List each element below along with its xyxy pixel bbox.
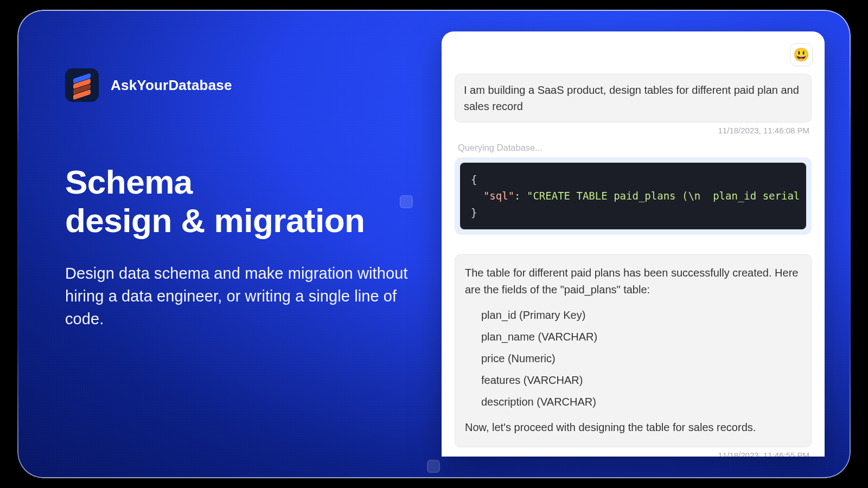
- timestamp: 11/18/2023, 11:46:08 PM: [455, 126, 812, 135]
- assistant-outro: Now, let's proceed with designing the ta…: [465, 419, 801, 436]
- app-logo-icon: [65, 68, 99, 102]
- hero-section: AskYourDatabase Schema design & migratio…: [65, 68, 412, 330]
- hero-subtext: Design data schema and make migration wi…: [65, 262, 412, 330]
- brand-name: AskYourDatabase: [111, 77, 232, 94]
- status-text: Querying Database...: [455, 143, 812, 153]
- promo-card: AskYourDatabase Schema design & migratio…: [17, 10, 851, 478]
- list-item: price (Numeric): [481, 350, 801, 367]
- assistant-message: The table for different paid plans has b…: [455, 254, 812, 447]
- chat-panel: 😃 I am building a SaaS product, design t…: [442, 31, 825, 457]
- list-item: features (VARCHAR): [481, 372, 801, 389]
- user-message-text: I am building a SaaS product, design tab…: [464, 84, 799, 112]
- list-item: description (VARCHAR): [481, 394, 801, 410]
- timestamp: 11/18/2023, 11:46:55 PM: [455, 451, 812, 457]
- brand-row: AskYourDatabase: [65, 68, 412, 102]
- list-item: plan_id (Primary Key): [481, 307, 801, 324]
- decorative-square: [427, 460, 440, 473]
- user-message: I am building a SaaS product, design tab…: [455, 74, 812, 123]
- code-block: { "sql": "CREATE TABLE paid_plans (\n pl…: [460, 163, 806, 229]
- list-item: plan_name (VARCHAR): [481, 329, 801, 345]
- smile-emoji-icon: 😃: [793, 47, 809, 62]
- hero-headline: Schema design & migration: [65, 163, 412, 240]
- emoji-button[interactable]: 😃: [790, 43, 813, 66]
- headline-line-1: Schema: [65, 163, 412, 201]
- field-list: plan_id (Primary Key) plan_name (VARCHAR…: [481, 307, 801, 410]
- code-block-container: { "sql": "CREATE TABLE paid_plans (\n pl…: [455, 157, 812, 235]
- headline-line-2: design & migration: [65, 201, 412, 240]
- assistant-intro: The table for different paid plans has b…: [465, 265, 801, 298]
